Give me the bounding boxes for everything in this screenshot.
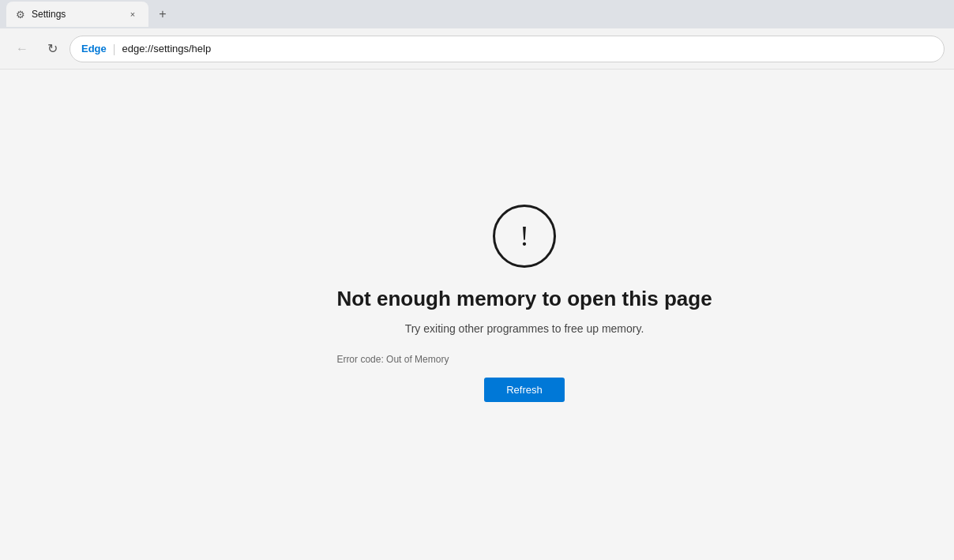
page-content: ! Not enough memory to open this page Tr…	[0, 70, 954, 560]
title-bar: ⚙ Settings × +	[0, 0, 954, 28]
address-url: edge://settings/help	[122, 43, 211, 54]
tab-title: Settings	[32, 9, 120, 20]
exclamation-icon: !	[520, 222, 529, 250]
active-tab[interactable]: ⚙ Settings ×	[6, 2, 148, 27]
error-title: Not enough memory to open this page	[336, 287, 712, 311]
back-button[interactable]: ←	[9, 36, 35, 62]
settings-icon: ⚙	[16, 9, 25, 21]
error-icon-circle: !	[493, 205, 556, 268]
edge-logo: Edge	[81, 43, 107, 54]
address-bar[interactable]: Edge | edge://settings/help	[69, 36, 945, 62]
refresh-nav-button[interactable]: ↻	[39, 36, 65, 62]
error-container: ! Not enough memory to open this page Tr…	[336, 205, 712, 402]
nav-bar: ← ↻ Edge | edge://settings/help	[0, 28, 954, 70]
tab-strip: ⚙ Settings × +	[6, 0, 948, 28]
address-separator: |	[113, 43, 116, 55]
refresh-button[interactable]: Refresh	[484, 378, 565, 402]
new-tab-button[interactable]: +	[152, 3, 174, 25]
error-description: Try exiting other programmes to free up …	[405, 322, 644, 335]
error-code: Error code: Out of Memory	[336, 354, 449, 365]
tab-close-button[interactable]: ×	[126, 8, 139, 21]
